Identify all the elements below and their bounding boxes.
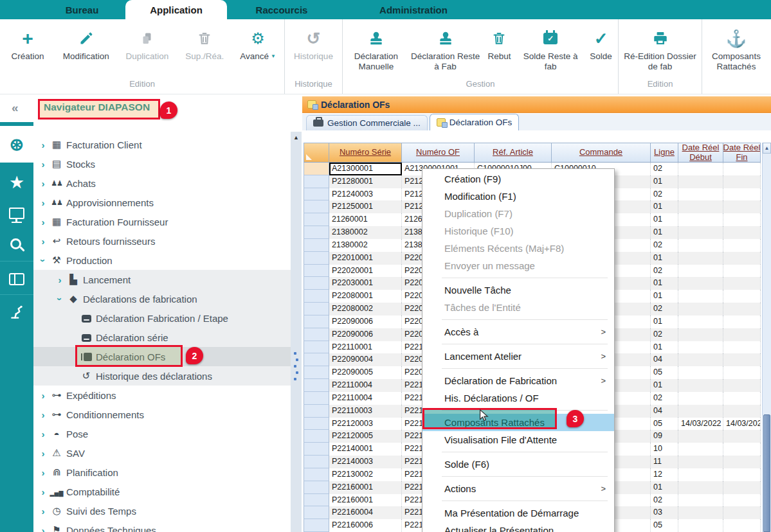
rail-item-wheel-icon[interactable]: ⊛ xyxy=(0,126,33,163)
row-selector[interactable] xyxy=(304,315,329,328)
chevron-down-icon[interactable]: › xyxy=(38,254,49,266)
cell-serie[interactable]: P21280001 xyxy=(329,175,402,188)
row-selector[interactable] xyxy=(304,290,329,303)
cell-ligne[interactable]: 01 xyxy=(651,175,678,188)
row-selector[interactable] xyxy=(304,252,329,265)
sidebar-item-planification[interactable]: ›⋒Planification xyxy=(33,463,291,482)
cell-fin[interactable] xyxy=(723,303,761,315)
ribbon-tab-application[interactable]: Application xyxy=(125,0,227,19)
cell-serie[interactable]: P22090004 xyxy=(329,353,402,366)
cell-serie[interactable]: P21250001 xyxy=(329,200,402,213)
cell-fin[interactable] xyxy=(723,506,761,519)
cell-fin[interactable] xyxy=(723,494,761,507)
cell-ligne[interactable]: 01 xyxy=(651,277,678,290)
sidebar-item-sav[interactable]: ›⚠SAV xyxy=(33,443,291,463)
row-selector[interactable] xyxy=(304,213,329,226)
cell-ligne[interactable]: 10 xyxy=(651,443,678,456)
cell-serie[interactable]: P22080002 xyxy=(329,303,402,315)
cell-debut[interactable] xyxy=(678,456,723,468)
cell-debut[interactable] xyxy=(678,265,723,278)
chevron-right-icon[interactable]: › xyxy=(37,429,49,439)
toolbar-button-d-claration-manuelle[interactable]: Déclaration Manuelle xyxy=(343,19,410,77)
row-selector[interactable] xyxy=(304,353,329,366)
cell-debut[interactable] xyxy=(678,468,723,481)
cell-ligne[interactable]: 02 xyxy=(651,239,678,252)
chevron-right-icon[interactable]: › xyxy=(37,448,49,459)
row-selector[interactable] xyxy=(304,456,329,468)
cell-ligne[interactable]: 12 xyxy=(651,468,678,481)
toolbar-button-solde-reste-fab[interactable]: Solde Reste à fab xyxy=(517,19,584,77)
sidebar-item-exp-ditions[interactable]: ›⊶Expéditions xyxy=(33,386,291,405)
table-vertical-scrollbar[interactable]: ▲ xyxy=(762,143,771,532)
cell-debut[interactable] xyxy=(678,392,723,405)
sidebar-item-conditionnements[interactable]: ›⊶Conditionnements xyxy=(33,405,291,424)
cell-serie[interactable]: P22090005 xyxy=(329,366,402,379)
cell-serie[interactable]: P22020001 xyxy=(329,265,402,278)
cell-ligne[interactable]: 04 xyxy=(651,405,678,418)
toolbar-button-d-claration-reste-fab[interactable]: Déclaration Reste à Fab xyxy=(410,19,482,77)
chevron-right-icon[interactable]: › xyxy=(37,197,49,208)
row-selector[interactable] xyxy=(304,366,329,379)
cell-serie[interactable]: P22030001 xyxy=(329,277,402,290)
cell-debut[interactable] xyxy=(678,213,723,226)
cell-ligne[interactable]: 02 xyxy=(651,163,678,175)
select-all-corner[interactable] xyxy=(304,143,329,163)
cell-debut[interactable] xyxy=(678,252,723,265)
menu-item-solde-f6-[interactable]: Solde (F6) xyxy=(422,456,614,473)
cell-debut[interactable] xyxy=(678,481,723,494)
cell-fin[interactable] xyxy=(723,175,761,188)
cell-debut[interactable] xyxy=(678,494,723,507)
cell-ligne[interactable]: 09 xyxy=(651,430,678,443)
row-selector[interactable] xyxy=(304,341,329,354)
chevron-right-icon[interactable]: › xyxy=(54,274,66,285)
cell-ligne[interactable]: 05 xyxy=(651,366,678,379)
cell-serie[interactable]: 21380002 xyxy=(329,239,402,252)
cell-debut[interactable] xyxy=(678,175,723,188)
chevron-right-icon[interactable]: › xyxy=(37,178,49,189)
column-header-5[interactable]: Date RéelDébut xyxy=(678,143,723,163)
cell-debut[interactable] xyxy=(678,366,723,379)
rail-item-monitor-icon[interactable] xyxy=(0,198,33,229)
menu-item-cr-ation-f9-[interactable]: Création (F9) xyxy=(422,170,614,188)
cell-ligne[interactable]: 01 xyxy=(651,252,678,265)
cell-fin[interactable] xyxy=(723,481,761,494)
cell-fin[interactable] xyxy=(723,468,761,481)
sidebar-item-d-clarations-de-fabrication[interactable]: ›◆Déclarations de fabrication xyxy=(33,289,291,308)
row-selector[interactable] xyxy=(304,405,329,418)
cell-serie[interactable]: 21260001 xyxy=(329,213,402,226)
row-selector[interactable] xyxy=(304,379,329,392)
cell-debut[interactable] xyxy=(678,315,723,328)
toolbar-button-composants-rattach-s[interactable]: ⚓Composants Rattachés xyxy=(702,19,770,77)
cell-ligne[interactable]: 05 xyxy=(651,418,678,430)
ribbon-tab-administration[interactable]: Administration xyxy=(356,0,471,19)
cell-ligne[interactable]: 01 xyxy=(651,200,678,213)
cell-debut[interactable] xyxy=(678,519,723,532)
ribbon-tab-bureau[interactable]: Bureau xyxy=(39,0,125,19)
row-selector[interactable] xyxy=(304,430,329,443)
cell-ligne[interactable]: 01 xyxy=(651,226,678,239)
cell-debut[interactable] xyxy=(678,328,723,341)
sidebar-item-d-claration-s-rie[interactable]: Déclaration série xyxy=(33,328,291,347)
cell-ligne[interactable]: 02 xyxy=(651,392,678,405)
sidebar-item-d-claration-fabrication-etape[interactable]: Déclaration Fabrication / Etape xyxy=(33,308,291,328)
cell-debut[interactable] xyxy=(678,290,723,303)
cell-fin[interactable] xyxy=(723,430,761,443)
sidebar-item-facturation-client[interactable]: ›▦Facturation Client xyxy=(33,135,291,154)
toolbar-button-solde[interactable]: ✓Solde xyxy=(584,19,618,77)
cell-debut[interactable] xyxy=(678,430,723,443)
cell-debut[interactable] xyxy=(678,303,723,315)
cell-debut[interactable] xyxy=(678,163,723,175)
cell-serie[interactable]: P22110004 xyxy=(329,392,402,405)
chevron-right-icon[interactable]: › xyxy=(37,506,49,517)
cell-fin[interactable] xyxy=(723,405,761,418)
cell-ligne[interactable]: 01 xyxy=(651,315,678,328)
row-selector[interactable] xyxy=(304,519,329,532)
sidebar-item-lancement[interactable]: ›▙Lancement xyxy=(33,270,291,289)
sidebar-item-donn-es-techniques[interactable]: ›⚑Données Techniques xyxy=(33,520,291,532)
cell-fin[interactable] xyxy=(723,443,761,456)
row-selector[interactable] xyxy=(304,163,329,175)
toolbar-button-avanc-[interactable]: ⚙Avancé▼ xyxy=(231,19,284,77)
cell-debut[interactable] xyxy=(678,379,723,392)
cell-fin[interactable] xyxy=(723,315,761,328)
tab-gestion-commerciale[interactable]: Gestion Commerciale ... xyxy=(306,115,428,130)
